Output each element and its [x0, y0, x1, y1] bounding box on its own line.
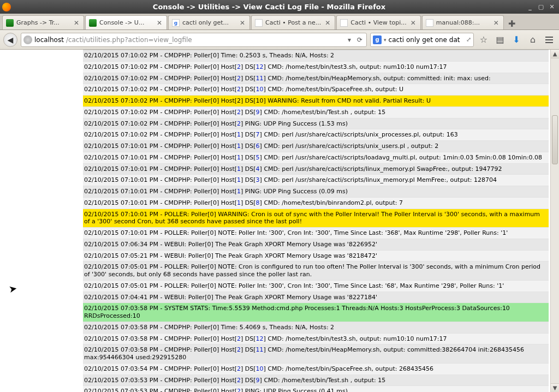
google-engine-icon[interactable]: g — [373, 35, 382, 44]
tab-close-icon[interactable]: ✕ — [73, 19, 80, 27]
log-link[interactable]: 12 — [256, 335, 264, 342]
menu-icon[interactable] — [543, 33, 556, 46]
log-text: ] DS[ — [241, 365, 256, 372]
log-text: 02/10/2015 07:06:34 PM - WEBUI: Poller[0… — [84, 241, 377, 248]
tab-close-icon[interactable]: ✕ — [492, 19, 500, 27]
log-link[interactable]: 1 — [237, 176, 241, 183]
log-link[interactable]: 1 — [237, 154, 241, 161]
log-text: ] PING: UDP Ping Success (0.41 ms) — [241, 388, 348, 392]
log-text: ] CMD: perl /usr/share/cacti/scripts/lin… — [260, 176, 497, 183]
log-link[interactable]: 2 — [237, 365, 241, 372]
log-text: 02/10/2015 07:05:21 PM - WEBUI: Poller[0… — [84, 252, 377, 259]
log-link[interactable]: 11 — [256, 75, 264, 82]
log-link[interactable]: 12 — [256, 63, 264, 70]
log-text: ] PING: UDP Ping Success (0.09 ms) — [241, 188, 348, 195]
log-link[interactable]: 1 — [237, 188, 241, 195]
log-link[interactable]: 2 — [237, 377, 241, 384]
window-title: Console -> Utilities -> View Cacti Log F… — [14, 3, 524, 11]
cacti-favicon-icon — [6, 19, 14, 27]
log-text: 02/10/2015 07:10:02 PM - CMDPHP: Poller[… — [84, 131, 237, 138]
tab-close-icon[interactable]: ✕ — [156, 19, 163, 27]
browser-tab[interactable]: Cacti • Post a ne...✕ — [251, 15, 335, 29]
log-link[interactable]: 1 — [237, 165, 241, 173]
reading-list-icon[interactable]: ▤ — [493, 33, 507, 46]
log-link[interactable]: 9 — [256, 109, 260, 116]
log-text: ] PING: UDP Ping Success (1.53 ms) — [241, 120, 348, 127]
log-text: ] DS[ — [241, 176, 256, 183]
log-text: 02/10/2015 07:10:01 PM - CMDPHP: Poller[… — [84, 142, 237, 150]
tab-close-icon[interactable]: ✕ — [409, 19, 417, 27]
log-text: ] CMD: /home/test/bin/SpaceFree.sh, outp… — [264, 86, 403, 93]
log-row: 02/10/2015 07:10:02 PM - CMDPHP: Poller[… — [83, 106, 549, 118]
url-dropdown[interactable]: ▾ — [346, 36, 353, 44]
log-link[interactable]: 7 — [256, 131, 260, 138]
browser-tab[interactable]: Console -> U...✕ — [85, 15, 167, 29]
vertical-scrollbar[interactable]: ▲ ▼ — [550, 50, 559, 392]
tab-close-icon[interactable]: ✕ — [324, 19, 331, 27]
url-bar[interactable]: localhost/cacti/utilities.php?action=vie… — [21, 33, 367, 47]
log-row: 02/10/2015 07:03:53 PM - CMDPHP: Poller[… — [83, 375, 549, 386]
log-text: 02/10/2015 07:03:58 PM - CMDPHP: Poller[… — [84, 335, 237, 342]
bookmark-star-icon[interactable]: ☆ — [477, 33, 490, 46]
log-row: 02/10/2015 07:10:02 PM - CMDPHP: Poller[… — [83, 73, 549, 84]
log-row: 02/10/2015 07:03:58 PM - CMDPHP: Poller[… — [83, 344, 549, 363]
log-link[interactable]: 2 — [237, 120, 241, 127]
log-link[interactable]: 11 — [256, 346, 264, 353]
log-row: 02/10/2015 07:10:01 PM - CMDPHP: Poller[… — [83, 197, 549, 209]
browser-tab[interactable]: gcacti only get...✕ — [168, 15, 250, 29]
log-text: ] DS[ — [241, 109, 256, 116]
log-row: 02/10/2015 07:10:01 PM - POLLER: Poller[… — [83, 227, 549, 239]
log-row: 02/10/2015 07:05:01 PM - POLLER: Poller[… — [83, 261, 549, 280]
log-link[interactable]: 5 — [256, 154, 260, 161]
browser-tab[interactable]: manual:088:...✕ — [422, 15, 504, 29]
home-icon[interactable]: ⌂ — [526, 33, 539, 46]
browser-tab[interactable]: Graphs -> Tr...✕ — [2, 15, 84, 29]
maximize-button[interactable]: ▢ — [536, 3, 546, 11]
log-link[interactable]: 2 — [237, 86, 241, 93]
search-expand-icon[interactable]: ⤢ — [466, 36, 471, 43]
minimize-button[interactable]: _ — [525, 3, 535, 11]
log-text: ] CMD: /home/test/bin/Test.sh , output: … — [260, 109, 386, 116]
downloads-icon[interactable]: ⬇ — [510, 33, 523, 46]
log-link[interactable]: 1 — [237, 142, 241, 150]
log-link[interactable]: 2 — [237, 63, 241, 70]
search-dropdown-icon[interactable]: ▾ — [384, 37, 386, 43]
log-link[interactable]: 2 — [237, 388, 241, 392]
scroll-down-button[interactable]: ▼ — [551, 383, 559, 392]
log-link[interactable]: 6 — [256, 142, 260, 150]
log-text: 02/10/2015 07:03:53 PM - CMDPHP: Poller[… — [84, 377, 237, 384]
log-link[interactable]: 8 — [256, 199, 260, 206]
browser-tab[interactable]: Cacti • View topi...✕ — [336, 15, 421, 29]
url-host: localhost — [34, 36, 64, 44]
search-input[interactable] — [389, 36, 464, 44]
log-text: 02/10/2015 07:10:01 PM - CMDPHP: Poller[… — [84, 188, 237, 195]
log-row: 02/10/2015 07:06:34 PM - WEBUI: Poller[0… — [83, 239, 549, 250]
log-link[interactable]: 4 — [256, 165, 260, 173]
log-link[interactable]: 9 — [256, 377, 260, 384]
search-box[interactable]: g ▾ ⤢ — [370, 33, 474, 47]
log-link[interactable]: 2 — [237, 335, 241, 342]
log-link[interactable]: 2 — [237, 109, 241, 116]
close-button[interactable]: ✕ — [547, 3, 557, 11]
tab-close-icon[interactable]: ✕ — [239, 19, 246, 27]
log-text: ] CMD: perl /usr/share/cacti/scripts/lin… — [260, 165, 502, 173]
log-text: 02/10/2015 07:04:41 PM - WEBUI: Poller[0… — [84, 294, 377, 301]
log-link[interactable]: 2 — [237, 346, 241, 353]
scroll-thumb[interactable] — [552, 115, 558, 164]
new-tab-button[interactable]: ✚ — [505, 17, 519, 29]
back-button[interactable]: ◀ — [3, 33, 17, 47]
reload-button[interactable]: ⟳ — [355, 35, 364, 44]
log-link[interactable]: 3 — [256, 176, 260, 183]
log-link[interactable]: 10 — [256, 86, 264, 93]
log-text: 02/10/2015 07:05:01 PM - POLLER: Poller[… — [84, 282, 504, 289]
log-text: ] CMD: perl /usr/share/cacti/scripts/uni… — [260, 131, 458, 138]
log-text: 02/10/2015 07:03:58 PM - SYSTEM STATS: T… — [84, 305, 510, 319]
log-link[interactable]: 1 — [237, 199, 241, 206]
log-link[interactable]: 2 — [237, 75, 241, 82]
log-text: 02/10/2015 07:10:01 PM - CMDPHP: Poller[… — [84, 165, 237, 173]
log-link[interactable]: 1 — [237, 131, 241, 138]
log-link[interactable]: 10 — [256, 365, 264, 372]
scroll-up-button[interactable]: ▲ — [551, 50, 559, 58]
page-content: 02/10/2015 07:10:02 PM - CMDPHP: Poller[… — [0, 50, 559, 392]
log-row: 02/10/2015 07:10:01 PM - CMDPHP: Poller[… — [83, 152, 549, 163]
